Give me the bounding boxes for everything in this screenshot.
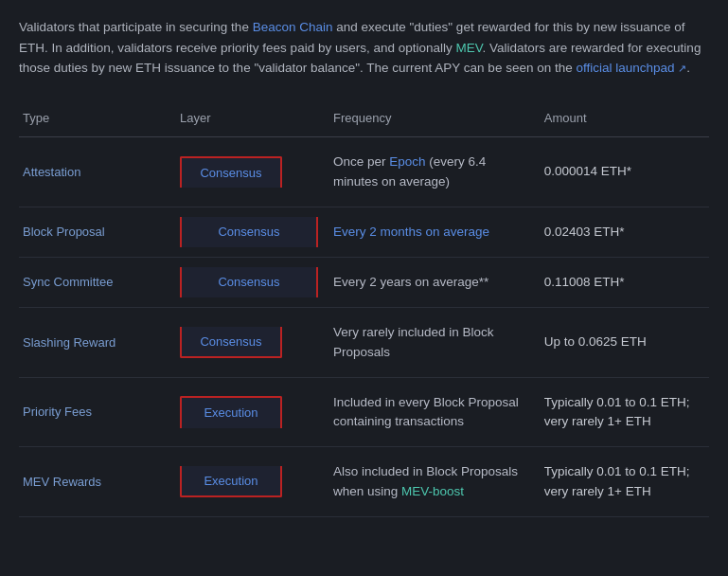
frequency-cell-slashing-reward: Very rarely included in Block Proposals bbox=[326, 308, 537, 378]
amount-cell-priority-fees: Typically 0.01 to 0.1 ETH; very rarely 1… bbox=[537, 377, 709, 447]
table-row: Slashing Reward Consensus Very rarely in… bbox=[19, 308, 709, 378]
type-cell: Sync Committee bbox=[19, 258, 172, 308]
epoch-link[interactable]: Epoch bbox=[389, 154, 425, 169]
mev-boost-link[interactable]: MEV-boost bbox=[401, 484, 464, 498]
type-cell: Block Proposal bbox=[19, 207, 172, 257]
type-cell: Slashing Reward bbox=[19, 308, 172, 378]
col-header-layer: Layer bbox=[172, 99, 326, 137]
frequency-cell-priority-fees: Included in every Block Proposal contain… bbox=[326, 377, 537, 447]
table-row: Attestation Consensus Once per Epoch (ev… bbox=[19, 137, 709, 207]
rewards-table-wrapper: Type Layer Frequency Amount Attestation … bbox=[19, 99, 709, 517]
frequency-cell-block-proposal: Every 2 months on average bbox=[326, 207, 537, 257]
col-header-amount: Amount bbox=[537, 99, 709, 137]
launchpad-link[interactable]: official launchpad ↗ bbox=[576, 61, 686, 75]
freq-link-block-proposal[interactable]: Every 2 months on average bbox=[333, 225, 489, 239]
layer-cell-slashing-reward: Consensus bbox=[172, 308, 326, 378]
table-row: Priority Fees Execution Included in ever… bbox=[19, 377, 709, 447]
layer-cell-block-proposal: Consensus bbox=[172, 207, 326, 257]
type-cell: Priority Fees bbox=[19, 377, 172, 447]
layer-cell-mev-rewards: Execution bbox=[172, 447, 326, 517]
intro-paragraph: Validators that participate in securing … bbox=[19, 17, 709, 79]
table-row: Block Proposal Consensus Every 2 months … bbox=[19, 207, 709, 257]
amount-cell-mev-rewards: Typically 0.01 to 0.1 ETH; very rarely 1… bbox=[537, 447, 709, 517]
frequency-cell-attestation: Once per Epoch (every 6.4 minutes on ave… bbox=[326, 137, 537, 207]
frequency-cell-mev-rewards: Also included in Block Proposals when us… bbox=[326, 447, 537, 517]
layer-cell-priority-fees: Execution bbox=[172, 377, 326, 447]
layer-cell-attestation: Consensus bbox=[172, 137, 326, 207]
rewards-table: Type Layer Frequency Amount Attestation … bbox=[19, 99, 709, 517]
col-header-frequency: Frequency bbox=[326, 99, 537, 137]
amount-cell-sync-committee: 0.11008 ETH* bbox=[537, 258, 709, 308]
table-row: Sync Committee Consensus Every 2 years o… bbox=[19, 258, 709, 308]
type-cell: MEV Rewards bbox=[19, 447, 172, 517]
amount-cell-attestation: 0.000014 ETH* bbox=[537, 137, 709, 207]
layer-cell-sync-committee: Consensus bbox=[172, 258, 326, 308]
type-cell: Attestation bbox=[19, 137, 172, 207]
table-row: MEV Rewards Execution Also included in B… bbox=[19, 447, 709, 517]
mev-link[interactable]: MEV bbox=[456, 41, 483, 55]
amount-cell-slashing-reward: Up to 0.0625 ETH bbox=[537, 308, 709, 378]
frequency-cell-sync-committee: Every 2 years on average** bbox=[326, 258, 537, 308]
amount-cell-block-proposal: 0.02403 ETH* bbox=[537, 207, 709, 257]
col-header-type: Type bbox=[19, 99, 172, 137]
table-header-row: Type Layer Frequency Amount bbox=[19, 99, 709, 137]
beacon-chain-link[interactable]: Beacon Chain bbox=[253, 20, 333, 34]
